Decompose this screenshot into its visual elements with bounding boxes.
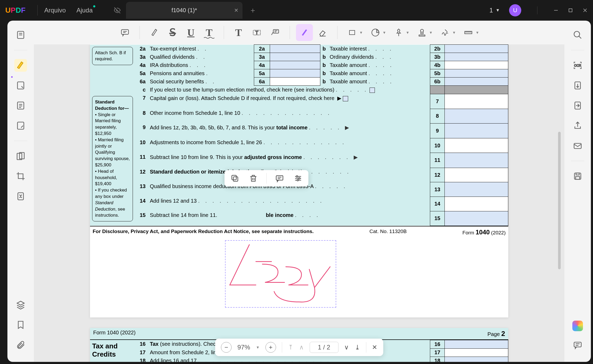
maximize-icon[interactable]: [568, 8, 573, 13]
ocr-icon[interactable]: OCR: [571, 59, 584, 72]
svg-rect-36: [276, 176, 283, 180]
app-logo: UPDF: [5, 6, 25, 15]
svg-rect-34: [233, 177, 238, 181]
note-icon[interactable]: [274, 173, 285, 184]
svg-rect-50: [574, 143, 581, 149]
zoom-dropdown-icon[interactable]: ▼: [256, 345, 260, 349]
svg-point-27: [420, 29, 423, 32]
menu-help[interactable]: Ajuda: [77, 7, 93, 14]
export-icon[interactable]: [571, 99, 584, 112]
svg-rect-1: [569, 9, 572, 12]
copy-icon[interactable]: [229, 173, 240, 184]
add-tab-button[interactable]: ＋: [249, 5, 257, 15]
text-icon[interactable]: T: [230, 24, 247, 41]
thumbnails-icon[interactable]: [14, 29, 27, 41]
properties-icon[interactable]: [293, 173, 304, 184]
bookmark-icon[interactable]: [14, 319, 27, 331]
svg-line-46: [579, 36, 581, 39]
first-page-icon[interactable]: ⤒: [288, 344, 293, 351]
highlighter-tool-icon[interactable]: [14, 59, 27, 72]
search-icon[interactable]: [571, 29, 584, 41]
form-icon[interactable]: [14, 119, 27, 132]
svg-rect-54: [574, 342, 581, 347]
next-page-icon[interactable]: ∨: [344, 344, 349, 351]
strikethrough-icon[interactable]: S̶: [164, 24, 181, 41]
compress-icon[interactable]: [14, 190, 27, 203]
selection-context-toolbar: [224, 170, 308, 186]
page-input[interactable]: 1 / 2: [310, 342, 339, 353]
scrollbar-thumb[interactable]: [558, 132, 561, 269]
comment-icon[interactable]: [116, 24, 133, 41]
page2-page-num: Page 2: [487, 330, 505, 338]
close-tab-icon[interactable]: ✕: [234, 7, 239, 13]
pin-icon[interactable]: [390, 24, 407, 41]
pencil-draw-icon[interactable]: [296, 24, 313, 41]
textbox-icon[interactable]: T: [248, 24, 265, 41]
chat-icon[interactable]: [571, 339, 584, 351]
svg-rect-21: [273, 30, 278, 33]
standard-deduction-note: Standard Deduction for— • Single or Marr…: [92, 96, 133, 221]
svg-rect-25: [349, 30, 355, 35]
svg-rect-52: [576, 173, 579, 175]
stamp-icon[interactable]: [414, 24, 430, 41]
no-preview-icon[interactable]: [113, 6, 121, 14]
prev-page-icon[interactable]: ∧: [299, 344, 304, 351]
svg-point-44: [297, 179, 299, 181]
page-dropdown[interactable]: 1 ▼: [489, 7, 500, 14]
svg-rect-8: [17, 102, 24, 109]
layers-icon[interactable]: [14, 298, 27, 311]
convert-icon[interactable]: [571, 79, 584, 92]
svg-point-42: [298, 178, 300, 179]
email-icon[interactable]: [571, 139, 584, 152]
edit-text-icon[interactable]: [14, 79, 27, 92]
callout-icon[interactable]: [267, 24, 284, 41]
sticker-icon[interactable]: [367, 24, 384, 41]
eraser-icon[interactable]: [314, 24, 331, 41]
tax-credits-heading: Tax and Credits: [90, 340, 135, 362]
page2-form-label: Form 1040 (2022): [93, 330, 136, 338]
svg-text:OCR: OCR: [574, 64, 581, 67]
document-tab[interactable]: f1040 (1)* ✕: [126, 2, 242, 19]
svg-point-45: [574, 31, 580, 37]
highlight-icon[interactable]: [146, 24, 163, 41]
svg-rect-35: [232, 175, 236, 180]
svg-point-40: [296, 176, 298, 177]
zoom-out-button[interactable]: −: [221, 342, 232, 353]
page-text-icon[interactable]: [14, 99, 27, 112]
share-icon[interactable]: [571, 119, 584, 132]
tab-title: f1040 (1)*: [172, 7, 197, 14]
close-window-icon[interactable]: [582, 8, 588, 13]
save-icon[interactable]: [571, 170, 584, 183]
zoom-navigation-bar: − 97% ▼ + ⤒ ∧ 1 / 2 ∨ ⤓ ✕: [215, 339, 383, 356]
attach-schb-note: Attach Sch. B if required.: [92, 47, 133, 65]
menu-file[interactable]: Arquivo: [44, 7, 66, 14]
drawing-selection[interactable]: [225, 240, 336, 308]
user-avatar[interactable]: U: [509, 4, 521, 16]
svg-rect-53: [576, 177, 580, 180]
ai-assistant-icon[interactable]: [572, 321, 583, 331]
signature-icon[interactable]: [437, 24, 453, 41]
close-zoombar-icon[interactable]: ✕: [372, 344, 377, 351]
disclosure-footer: For Disclosure, Privacy Act, and Paperwo…: [90, 226, 508, 238]
measure-icon[interactable]: [460, 24, 477, 41]
svg-rect-16: [121, 30, 128, 34]
organize-pages-icon[interactable]: [14, 150, 27, 162]
crop-icon[interactable]: [14, 170, 27, 183]
zoom-level[interactable]: 97%: [237, 344, 250, 351]
minimize-icon[interactable]: [553, 8, 559, 13]
svg-text:T: T: [255, 30, 258, 35]
attachment-icon[interactable]: [14, 339, 27, 351]
last-page-icon[interactable]: ⤓: [355, 344, 360, 351]
underline-icon[interactable]: U: [182, 24, 199, 41]
shape-rect-icon[interactable]: [344, 24, 361, 41]
delete-icon[interactable]: [248, 173, 259, 184]
squiggly-icon[interactable]: T: [201, 24, 218, 41]
zoom-in-button[interactable]: +: [266, 342, 276, 353]
